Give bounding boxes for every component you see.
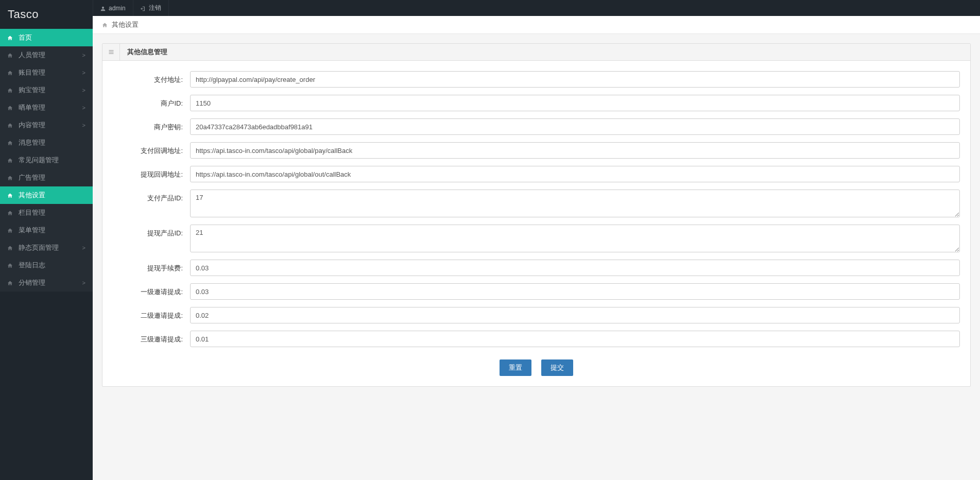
settings-form: 支付地址: 商户ID: 商户密钥: 支付回调地址:: [113, 71, 960, 380]
svg-rect-1: [109, 52, 113, 53]
input-pay-url[interactable]: [190, 71, 960, 88]
home-icon: [7, 244, 13, 251]
sidebar: Tasco 首页人员管理>账目管理>购宝管理>晒单管理>内容管理>消息管理常见问…: [0, 0, 93, 480]
sidebar-item-label: 登陆日志: [19, 261, 45, 270]
panel-body: 支付地址: 商户ID: 商户密钥: 支付回调地址:: [102, 61, 970, 386]
panel: 其他信息管理 支付地址: 商户ID: 商户密钥:: [102, 43, 971, 387]
label-merchant-id: 商户ID:: [113, 95, 190, 108]
topbar-user-button[interactable]: admin: [93, 0, 133, 16]
chevron-right-icon: >: [82, 280, 85, 286]
topbar-logout-button[interactable]: 注销: [133, 0, 169, 16]
brand-logo: Tasco: [0, 0, 93, 29]
sidebar-item-label: 广告管理: [19, 173, 45, 182]
sidebar-item-10[interactable]: 栏目管理: [0, 204, 93, 221]
label-invite1: 一级邀请提成:: [113, 283, 190, 297]
topbar-user-label: admin: [109, 5, 126, 12]
sidebar-item-label: 购宝管理: [19, 85, 45, 95]
home-icon: [102, 21, 108, 28]
sidebar-item-label: 人员管理: [19, 50, 45, 60]
sidebar-item-label: 消息管理: [19, 138, 45, 147]
content: 其他信息管理 支付地址: 商户ID: 商户密钥:: [93, 34, 980, 480]
home-icon: [7, 157, 13, 164]
home-icon: [7, 227, 13, 234]
sidebar-item-8[interactable]: 广告管理: [0, 169, 93, 186]
sidebar-item-2[interactable]: 账目管理>: [0, 64, 93, 81]
sidebar-item-label: 常见问题管理: [19, 156, 59, 165]
home-icon: [7, 122, 13, 129]
sidebar-nav: 首页人员管理>账目管理>购宝管理>晒单管理>内容管理>消息管理常见问题管理广告管…: [0, 29, 93, 292]
submit-button[interactable]: 提交: [541, 359, 573, 376]
chevron-right-icon: >: [82, 122, 85, 128]
sidebar-item-4[interactable]: 晒单管理>: [0, 99, 93, 116]
sidebar-item-label: 菜单管理: [19, 226, 45, 235]
sidebar-item-11[interactable]: 菜单管理: [0, 221, 93, 239]
breadcrumb: 其他设置: [93, 16, 980, 34]
logout-icon: [141, 5, 146, 11]
input-merchant-id[interactable]: [190, 95, 960, 111]
form-actions: 重置 提交: [113, 354, 960, 380]
input-invite1[interactable]: [190, 283, 960, 300]
label-invite3: 三级邀请提成:: [113, 331, 190, 344]
panel-icon: [102, 44, 120, 61]
home-icon: [7, 279, 13, 286]
sidebar-item-5[interactable]: 内容管理>: [0, 116, 93, 134]
chevron-right-icon: >: [82, 245, 85, 251]
sidebar-item-label: 分销管理: [19, 278, 45, 287]
sidebar-item-6[interactable]: 消息管理: [0, 134, 93, 151]
home-icon: [7, 104, 13, 111]
label-pay-callback: 支付回调地址:: [113, 142, 190, 156]
reset-button[interactable]: 重置: [500, 359, 531, 376]
svg-rect-2: [109, 54, 113, 54]
label-out-product: 提现产品ID:: [113, 225, 190, 238]
sidebar-item-12[interactable]: 静态页面管理>: [0, 239, 93, 256]
topbar: admin 注销: [93, 0, 980, 16]
breadcrumb-label: 其他设置: [112, 20, 139, 29]
sidebar-item-label: 晒单管理: [19, 103, 45, 112]
panel-heading: 其他信息管理: [102, 44, 970, 61]
sidebar-item-label: 首页: [19, 33, 32, 42]
home-icon: [7, 87, 13, 94]
textarea-pay-product[interactable]: [190, 190, 960, 217]
label-invite2: 二级邀请提成:: [113, 307, 190, 320]
label-out-callback: 提现回调地址:: [113, 166, 190, 179]
home-icon: [7, 262, 13, 269]
sidebar-item-label: 账目管理: [19, 68, 45, 77]
home-icon: [7, 209, 13, 216]
sidebar-item-label: 静态页面管理: [19, 243, 59, 252]
user-icon: [100, 5, 106, 11]
home-icon: [7, 34, 13, 41]
panel-title: 其他信息管理: [120, 47, 175, 57]
sidebar-item-label: 其他设置: [19, 191, 45, 200]
sidebar-item-7[interactable]: 常见问题管理: [0, 151, 93, 169]
label-merchant-key: 商户密钥:: [113, 118, 190, 132]
svg-rect-0: [109, 50, 113, 51]
chevron-right-icon: >: [82, 105, 85, 111]
sidebar-item-label: 栏目管理: [19, 208, 45, 217]
input-merchant-key[interactable]: [190, 118, 960, 135]
sidebar-item-label: 内容管理: [19, 121, 45, 130]
label-pay-url: 支付地址:: [113, 71, 190, 84]
sidebar-item-9[interactable]: 其他设置: [0, 186, 93, 204]
input-out-callback[interactable]: [190, 166, 960, 182]
home-icon: [7, 139, 13, 146]
input-out-fee[interactable]: [190, 260, 960, 276]
input-invite2[interactable]: [190, 307, 960, 323]
label-pay-product: 支付产品ID:: [113, 190, 190, 203]
topbar-logout-label: 注销: [149, 4, 161, 12]
sidebar-item-14[interactable]: 分销管理>: [0, 274, 93, 292]
label-out-fee: 提现手续费:: [113, 260, 190, 273]
home-icon: [7, 52, 13, 59]
sidebar-item-3[interactable]: 购宝管理>: [0, 81, 93, 99]
sidebar-item-0[interactable]: 首页: [0, 29, 93, 46]
home-icon: [7, 192, 13, 199]
home-icon: [7, 174, 13, 181]
chevron-right-icon: >: [82, 70, 85, 76]
sidebar-item-13[interactable]: 登陆日志: [0, 256, 93, 274]
sidebar-item-1[interactable]: 人员管理>: [0, 46, 93, 64]
input-pay-callback[interactable]: [190, 142, 960, 159]
home-icon: [7, 69, 13, 76]
chevron-right-icon: >: [82, 52, 85, 58]
input-invite3[interactable]: [190, 331, 960, 347]
chevron-right-icon: >: [82, 87, 85, 93]
textarea-out-product[interactable]: [190, 225, 960, 252]
